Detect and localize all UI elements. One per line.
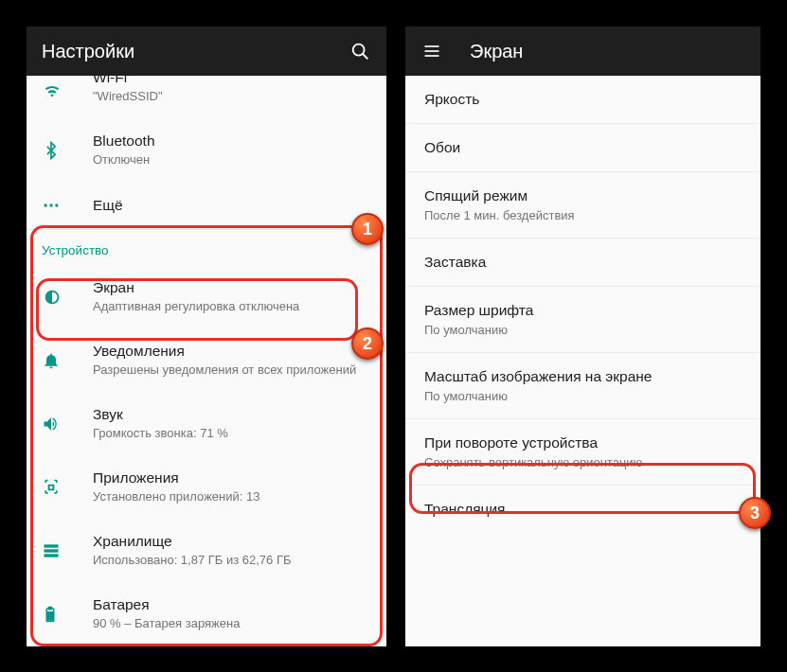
page-title: Экран [470,41,745,62]
badge-2: 2 [351,327,384,360]
sleep-sub: После 1 мин. бездействия [424,208,742,222]
svg-point-0 [353,44,365,56]
display-screen: Экран Яркость Обои Спящий режим После 1 … [405,27,760,646]
row-display[interactable]: Экран Адаптивная регулировка отключена [27,265,386,328]
row-more[interactable]: Ещё [27,182,386,229]
display-list: Яркость Обои Спящий режим После 1 мин. б… [405,76,760,533]
bluetooth-label: Bluetooth [93,132,371,150]
more-icon [42,196,93,215]
wifi-label: Wi-Fi [93,68,371,87]
svg-point-5 [49,486,52,488]
fontsize-sub: По умолчанию [424,323,742,337]
page-title: Настройки [42,41,349,62]
battery-icon [42,604,93,625]
wifi-sub: "WiredSSID" [93,89,371,105]
svg-rect-6 [45,544,59,547]
more-label: Ещё [93,196,371,215]
svg-rect-12 [425,45,439,47]
wallpaper-label: Обои [424,139,742,156]
row-bluetooth[interactable]: Bluetooth Отключен [27,118,386,182]
row-storage[interactable]: Хранилище Использовано: 1,87 ГБ из 62,76… [27,519,386,582]
screensaver-label: Заставка [424,254,742,271]
row-rotation[interactable]: При повороте устройства Сохранять вертик… [405,419,760,486]
apps-label: Приложения [93,469,371,487]
sound-sub: Громкость звонка: 71 % [93,426,371,442]
row-displaysize[interactable]: Масштаб изображения на экране По умолчан… [405,353,760,419]
wifi-icon [42,80,93,101]
rotation-label: При повороте устройства [424,434,742,451]
notifications-label: Уведомления [93,342,371,361]
sound-label: Звук [93,405,371,424]
svg-rect-14 [425,55,439,57]
notifications-sub: Разрешены уведомления от всех приложений [93,363,371,379]
settings-list: Wi-Fi "WiredSSID" Bluetooth Отключен Ещё… [27,76,386,645]
svg-rect-8 [45,554,59,557]
section-device: Устройство [27,230,386,265]
row-wifi[interactable]: Wi-Fi "WiredSSID" [27,76,386,118]
row-screensaver[interactable]: Заставка [405,239,760,287]
search-icon[interactable] [349,40,371,62]
svg-point-3 [49,203,52,206]
badge-3: 3 [739,497,771,529]
row-brightness[interactable]: Яркость [405,76,760,124]
apps-sub: Установлено приложений: 13 [93,489,371,505]
sleep-label: Спящий режим [424,187,742,204]
row-fontsize[interactable]: Размер шрифта По умолчанию [405,287,760,353]
battery-label: Батарея [93,595,371,614]
badge-1: 1 [351,213,384,245]
notifications-icon [42,351,93,370]
sound-icon [42,415,93,433]
display-sub: Адаптивная регулировка отключена [93,299,371,315]
svg-point-2 [45,203,47,206]
settings-screen: Настройки Wi-Fi "WiredSSID" Bluetooth От… [27,27,386,646]
bluetooth-sub: Отключен [93,152,371,168]
brightness-label: Яркость [424,91,742,108]
appbar-display: Экран [405,27,760,76]
fontsize-label: Размер шрифта [424,302,742,319]
svg-rect-7 [45,549,59,552]
storage-label: Хранилище [93,532,371,551]
menu-icon[interactable] [420,40,443,62]
rotation-sub: Сохранять вертикальную ориентацию [424,455,742,469]
svg-line-1 [363,54,367,59]
battery-sub: 90 % – Батарея заряжена [93,616,371,632]
storage-sub: Использовано: 1,87 ГБ из 62,76 ГБ [93,553,371,569]
svg-rect-13 [425,50,439,52]
displaysize-label: Масштаб изображения на экране [424,368,742,385]
row-cast[interactable]: Трансляция [405,486,760,533]
display-icon [42,287,93,308]
apps-icon [42,478,93,497]
row-notifications[interactable]: Уведомления Разрешены уведомления от все… [27,328,386,392]
row-sound[interactable]: Звук Громкость звонка: 71 % [27,392,386,455]
cast-label: Трансляция [424,501,742,518]
row-apps[interactable]: Приложения Установлено приложений: 13 [27,455,386,519]
row-sleep[interactable]: Спящий режим После 1 мин. бездействия [405,172,760,239]
svg-point-4 [55,203,58,206]
svg-rect-10 [49,607,52,609]
storage-icon [42,541,93,560]
bluetooth-icon [42,141,93,160]
svg-rect-11 [47,611,53,621]
row-wallpaper[interactable]: Обои [405,124,760,172]
displaysize-sub: По умолчанию [424,389,742,403]
row-battery[interactable]: Батарея 90 % – Батарея заряжена [27,582,386,645]
display-label: Экран [93,278,371,297]
